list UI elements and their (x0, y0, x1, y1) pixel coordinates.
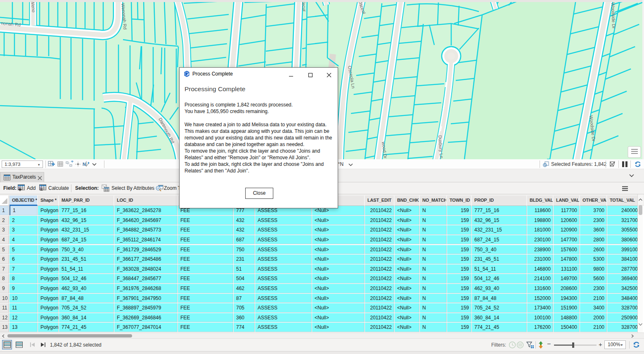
svg-text:N: N (83, 162, 86, 167)
svg-text:Woodside Dr: Woodside Dr (611, 2, 616, 29)
